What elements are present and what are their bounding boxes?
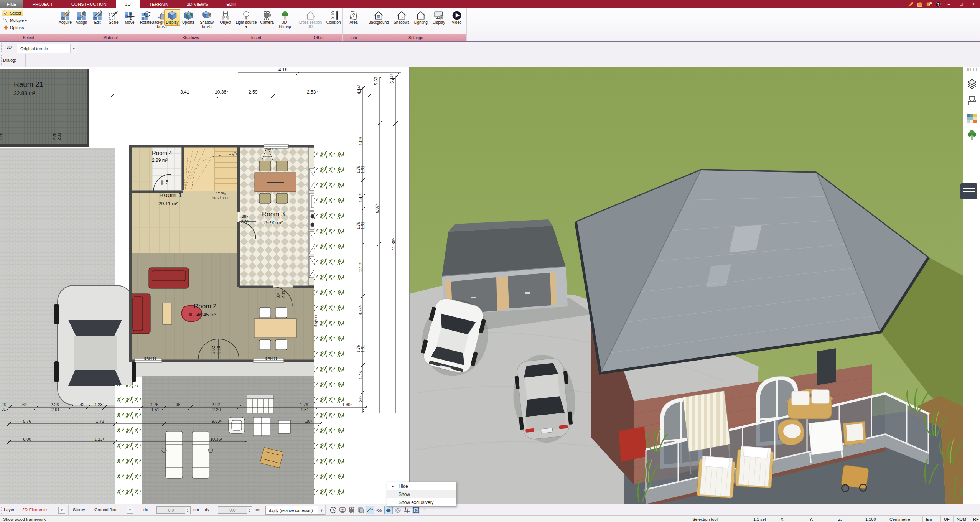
svg-text:1.76: 1.76 bbox=[356, 222, 361, 229]
tab-construction[interactable]: CONSTRUCTION bbox=[62, 0, 116, 8]
dx-input[interactable]: 0,0 bbox=[156, 506, 186, 514]
floor-plan-view[interactable]: Raum 2132.83 m²Room 42.89 m²Room 120.11 … bbox=[0, 67, 409, 504]
tab-3d[interactable]: 3D bbox=[116, 0, 140, 8]
storey-value[interactable]: Ground floor bbox=[94, 507, 118, 512]
dy-input[interactable]: 0.0 bbox=[218, 506, 247, 514]
status-uf-toggle[interactable]: UF bbox=[940, 516, 953, 522]
plan-raum21[interactable] bbox=[0, 69, 89, 145]
move-button[interactable]: Move bbox=[122, 9, 138, 26]
status-plan-scale[interactable]: 1:100 bbox=[862, 516, 886, 522]
update-button[interactable]: Update bbox=[180, 9, 196, 26]
shadows-settings-button[interactable]: Shadows bbox=[392, 9, 411, 26]
svg-text:3.41: 3.41 bbox=[180, 89, 189, 95]
svg-text:1.51: 1.51 bbox=[361, 166, 365, 173]
menu-item-show-exclusively[interactable]: Show exclusively bbox=[387, 498, 456, 506]
outline-surface-icon[interactable] bbox=[394, 506, 402, 514]
plan-balcony-slab[interactable] bbox=[129, 361, 325, 377]
roof-view-icon[interactable] bbox=[366, 506, 374, 514]
north-arrow-icon[interactable] bbox=[412, 506, 420, 514]
minimize-button[interactable]: – bbox=[944, 1, 954, 8]
menu-item-show[interactable]: Show bbox=[387, 490, 456, 498]
assign-button[interactable]: Assign bbox=[73, 9, 89, 26]
svg-text:1.51: 1.51 bbox=[361, 345, 365, 352]
tab-2d-views[interactable]: 2D VIEWS bbox=[178, 0, 217, 8]
overflow-dots-icon[interactable]: ⁞ bbox=[423, 507, 425, 512]
svg-text:1.76: 1.76 bbox=[150, 402, 158, 407]
panel-expand-handle[interactable] bbox=[960, 183, 977, 199]
storey-dropdown[interactable]: ▼ bbox=[127, 507, 133, 514]
video-button[interactable]: Video bbox=[449, 9, 465, 26]
package-icon[interactable] bbox=[916, 1, 923, 7]
toolbar-grip[interactable] bbox=[1, 43, 2, 53]
restore-button[interactable]: □ bbox=[956, 1, 966, 8]
svg-text:2.26: 2.26 bbox=[0, 133, 3, 140]
materials-palette-icon[interactable] bbox=[966, 112, 978, 124]
layers-icon[interactable] bbox=[966, 79, 978, 90]
tab-file[interactable]: FILE bbox=[0, 0, 23, 8]
plan-stairs[interactable] bbox=[183, 146, 239, 191]
scale-button[interactable]: Scale bbox=[105, 9, 122, 26]
furniture-catalog-icon[interactable] bbox=[966, 96, 978, 107]
image-layers-icon[interactable] bbox=[357, 506, 365, 514]
light-source-button[interactable]: Light source ▾ bbox=[234, 9, 259, 30]
status-message: Show wood framework bbox=[0, 516, 689, 522]
menu-item-hide[interactable]: •Hide bbox=[387, 482, 456, 490]
terrain-dropdown[interactable]: Original terrain▼ bbox=[17, 44, 77, 53]
status-ein-toggle[interactable]: Ein bbox=[922, 516, 940, 522]
select-button[interactable]: Select bbox=[2, 10, 23, 16]
panel-grip[interactable] bbox=[967, 68, 977, 71]
coordinate-mode-dropdown[interactable]: dx,dy (relative cartesian)▼ bbox=[265, 506, 325, 515]
layer-label: Layer : bbox=[4, 507, 17, 512]
options-button[interactable]: Options bbox=[2, 24, 26, 31]
presentation-icon[interactable] bbox=[338, 506, 347, 514]
layer-value[interactable]: 2D-Elemente bbox=[22, 507, 47, 512]
toolbar-grip[interactable] bbox=[1, 506, 2, 514]
camera-button[interactable]: Camera bbox=[259, 9, 275, 26]
ribbon-group-insert: Object Light source ▾ Camera 3D-Bitmap I… bbox=[217, 8, 295, 41]
object-button[interactable]: Object bbox=[217, 9, 234, 26]
application-window: FILE PROJECT CONSTRUCTION 3D TERRAIN 2D … bbox=[0, 0, 980, 522]
help-icon[interactable] bbox=[935, 1, 942, 7]
svg-text:1.45: 1.45 bbox=[358, 371, 363, 379]
dx-spinner[interactable]: ▲▼ bbox=[185, 506, 191, 514]
animation-time-icon[interactable] bbox=[329, 506, 338, 514]
red-steps bbox=[619, 426, 647, 462]
tools-icon[interactable] bbox=[907, 1, 914, 7]
area-button[interactable]: Area bbox=[346, 9, 362, 26]
status-num-toggle[interactable]: NUM bbox=[953, 516, 970, 522]
status-unit[interactable]: Centimetre bbox=[886, 516, 922, 522]
edit-button[interactable]: Edit bbox=[89, 9, 105, 26]
tab-project[interactable]: PROJECT bbox=[23, 0, 62, 8]
layer-dropdown[interactable]: ▼ bbox=[58, 507, 65, 514]
svg-text:32.83 m²: 32.83 m² bbox=[14, 90, 35, 96]
svg-text:10.36⁵: 10.36⁵ bbox=[210, 437, 222, 441]
3d-bitmap-button[interactable]: 3D-Bitmap bbox=[275, 9, 295, 30]
filled-surface-icon[interactable] bbox=[384, 506, 393, 514]
tab-edit[interactable]: EDIT bbox=[217, 0, 245, 8]
display-settings-button[interactable]: Display bbox=[431, 9, 447, 26]
export-icon[interactable] bbox=[926, 1, 932, 7]
render-3d-view[interactable] bbox=[409, 67, 963, 504]
shadow-brush-button[interactable]: Shadow brush bbox=[196, 9, 217, 30]
display-shadows-button[interactable]: Display bbox=[164, 9, 180, 26]
close-button[interactable]: × bbox=[968, 1, 978, 8]
acquire-button[interactable]: Acquire bbox=[57, 9, 73, 26]
svg-text:2.59⁵: 2.59⁵ bbox=[249, 89, 259, 95]
collision-button[interactable]: Collision bbox=[325, 9, 342, 26]
tab-terrain[interactable]: TERRAIN bbox=[140, 0, 178, 8]
dy-spinner[interactable]: ▲▼ bbox=[247, 506, 252, 514]
multiple-button[interactable]: Multiple ▾ bbox=[2, 17, 29, 23]
status-z: Z: bbox=[835, 516, 862, 522]
svg-text:6.00: 6.00 bbox=[23, 437, 31, 441]
context-menu: •Hide Show Show exclusively bbox=[387, 482, 456, 507]
lighting-button[interactable]: Lighting bbox=[413, 9, 429, 26]
background-button[interactable]: Background bbox=[367, 9, 390, 26]
plants-catalog-icon[interactable] bbox=[966, 129, 978, 141]
video-camera-icon[interactable] bbox=[348, 506, 356, 514]
status-rf-toggle[interactable]: RF bbox=[970, 516, 980, 522]
grid-icon[interactable] bbox=[403, 506, 411, 514]
hatching-icon[interactable] bbox=[375, 506, 384, 514]
svg-text:1.23⁵: 1.23⁵ bbox=[94, 402, 104, 407]
svg-text:9.63⁵: 9.63⁵ bbox=[212, 419, 222, 423]
svg-text:2.53⁵: 2.53⁵ bbox=[307, 89, 318, 95]
